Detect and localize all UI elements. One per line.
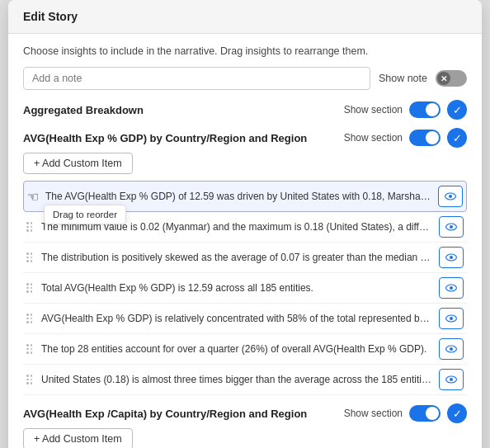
insight-item-4: Total AVG(Health Exp % GDP) is 12.59 acr… — [23, 273, 467, 304]
eye-button-5[interactable] — [439, 308, 464, 329]
section-2-title: AVG(Health Exp % GDP) by Country/Region … — [23, 132, 307, 144]
eye-button-7[interactable] — [439, 369, 464, 390]
insight-text-1: The AVG(Health Exp % GDP) of 12.59 was d… — [45, 191, 431, 202]
eye-icon-1 — [444, 190, 457, 203]
toggle-1-knob — [426, 103, 439, 116]
section-1-check: ✓ — [447, 100, 467, 120]
drag-handle-2[interactable] — [26, 222, 35, 232]
insight-item-6: The top 28 entities account for over a q… — [23, 334, 467, 365]
show-note-toggle[interactable]: ✕ — [436, 70, 467, 87]
toggle-3-knob — [426, 407, 439, 420]
eye-icon-4 — [445, 281, 458, 295]
section-avg-capita: AVG(Health Exp /Capita) by Country/Regio… — [23, 403, 467, 423]
svg-point-7 — [450, 286, 453, 290]
insight-text-3: The distribution is positively skewed as… — [41, 252, 432, 263]
insight-list: ☜ The AVG(Health Exp % GDP) of 12.59 was… — [23, 181, 467, 395]
section-2-toggle[interactable] — [409, 130, 441, 146]
section-1-controls: Show section ✓ — [344, 100, 467, 120]
insight-item-1: ☜ The AVG(Health Exp % GDP) of 12.59 was… — [23, 181, 467, 212]
svg-point-1 — [449, 195, 452, 198]
add-custom-item-button-2[interactable]: + Add Custom Item — [23, 428, 133, 448]
svg-point-13 — [450, 378, 453, 381]
eye-button-1[interactable] — [438, 186, 463, 207]
insight-item-3: The distribution is positively skewed as… — [23, 243, 467, 273]
note-row: Show note ✕ — [23, 67, 467, 90]
add-custom-item-button[interactable]: + Add Custom Item — [23, 153, 133, 174]
eye-button-4[interactable] — [439, 277, 464, 299]
eye-button-3[interactable] — [439, 247, 464, 268]
note-input[interactable] — [23, 67, 370, 90]
insight-text-5: AVG(Health Exp % GDP) is relatively conc… — [41, 313, 432, 324]
dialog-subtitle: Choose insights to include in the narrat… — [23, 45, 467, 57]
drag-handle-7[interactable] — [26, 375, 35, 384]
insight-text-4: Total AVG(Health Exp % GDP) is 12.59 acr… — [41, 282, 432, 294]
eye-button-2[interactable] — [439, 216, 464, 238]
drag-cursor-icon: ☜ — [27, 189, 39, 205]
section-aggregated-breakdown: Aggregated Breakdown Show section ✓ — [23, 100, 467, 120]
drag-handle-6[interactable] — [26, 344, 35, 354]
insight-text-7: United States (0.18) is almost three tim… — [41, 374, 432, 385]
svg-point-5 — [450, 256, 453, 259]
edit-story-dialog: Edit Story Choose insights to include in… — [8, 0, 482, 448]
insight-text-6: The top 28 entities account for over a q… — [41, 343, 432, 355]
dialog-title: Edit Story — [8, 0, 482, 34]
section-3-check: ✓ — [447, 403, 467, 423]
eye-icon-6 — [445, 342, 458, 356]
eye-icon-5 — [445, 312, 458, 325]
show-section-3-label: Show section — [344, 408, 403, 419]
toggle-x-icon: ✕ — [437, 72, 450, 85]
insight-item-7: United States (0.18) is almost three tim… — [23, 365, 467, 395]
show-note-label: Show note — [379, 73, 427, 84]
show-section-2-label: Show section — [344, 132, 403, 144]
eye-icon-3 — [445, 251, 458, 264]
insight-item-5: AVG(Health Exp % GDP) is relatively conc… — [23, 304, 467, 334]
drag-handle-5[interactable] — [26, 314, 35, 323]
show-section-1-label: Show section — [344, 104, 403, 116]
toggle-2-knob — [426, 131, 439, 144]
section-1-title: Aggregated Breakdown — [23, 104, 144, 116]
svg-point-3 — [450, 225, 453, 229]
section-2-controls: Show section ✓ — [344, 128, 467, 148]
section-3-toggle[interactable] — [409, 405, 441, 422]
svg-point-9 — [450, 317, 453, 320]
drag-handle-3[interactable] — [26, 252, 35, 262]
eye-button-6[interactable] — [439, 338, 464, 360]
drag-handle-4[interactable] — [26, 283, 35, 293]
section-avg-health: AVG(Health Exp % GDP) by Country/Region … — [23, 128, 467, 148]
dialog-body: Choose insights to include in the narrat… — [8, 34, 482, 448]
section-1-toggle[interactable] — [409, 101, 441, 118]
svg-point-11 — [450, 347, 453, 351]
section-2-check: ✓ — [447, 128, 467, 148]
eye-icon-7 — [445, 373, 458, 386]
section-3-controls: Show section ✓ — [344, 403, 467, 423]
drag-tooltip: Drag to reorder — [44, 205, 126, 224]
section-3-title: AVG(Health Exp /Capita) by Country/Regio… — [23, 408, 307, 420]
eye-icon-2 — [445, 220, 458, 233]
